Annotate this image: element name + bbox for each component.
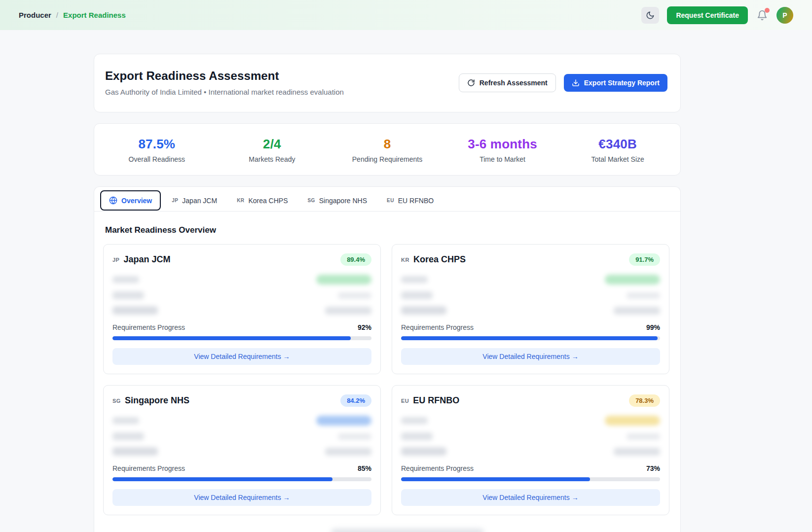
- redacted-details: [401, 275, 660, 315]
- redacted-value: [605, 416, 660, 426]
- market-card-singapore-nhs: SG Singapore NHS 84.2% Requirements Prog…: [103, 385, 381, 515]
- progress-label: Requirements Progress: [401, 323, 474, 331]
- refresh-icon: [467, 79, 475, 87]
- redacted-value: [627, 292, 660, 299]
- stat-label: Markets Ready: [215, 155, 330, 163]
- tab-prefix: EU: [387, 198, 394, 203]
- redacted-value: [614, 448, 660, 456]
- progress-bar-fill: [401, 477, 590, 481]
- redacted-label: [401, 306, 446, 315]
- tab-korea-chps[interactable]: KR Korea CHPS: [228, 191, 296, 211]
- tab-label: Korea CHPS: [248, 197, 288, 205]
- redacted-label: [112, 306, 158, 315]
- progress-bar: [401, 477, 660, 481]
- market-prefix: SG: [112, 398, 121, 404]
- stat-value: 2/4: [215, 137, 330, 152]
- tab-prefix: JP: [172, 198, 178, 203]
- progress-bar: [112, 477, 371, 481]
- redacted-value: [605, 275, 660, 284]
- tab-label: Japan JCM: [182, 197, 217, 205]
- tab-eu-rfnbo[interactable]: EU EU RFNBO: [378, 191, 443, 211]
- market-prefix: KR: [401, 257, 409, 263]
- export-strategy-report-button[interactable]: Export Strategy Report: [564, 74, 667, 92]
- globe-icon: [109, 196, 117, 205]
- redacted-value: [614, 307, 660, 315]
- stat-time-to-market: 3-6 months Time to Market: [445, 137, 560, 163]
- title-card: Export Readiness Assessment Gas Authorit…: [94, 54, 681, 112]
- download-icon: [572, 79, 580, 87]
- stat-label: Pending Requirements: [330, 155, 445, 163]
- tab-singapore-nhs[interactable]: SG Singapore NHS: [299, 191, 376, 211]
- avatar[interactable]: P: [776, 7, 793, 24]
- view-detailed-requirements-button[interactable]: View Detailed Requirements →: [112, 348, 371, 365]
- redacted-label: [112, 432, 144, 440]
- score-badge: 89.4%: [340, 253, 371, 266]
- request-certificate-button[interactable]: Request Certificate: [667, 6, 748, 24]
- progress-label: Requirements Progress: [112, 323, 185, 331]
- content-card: Overview JP Japan JCM KR Korea CHPS SG S…: [94, 186, 681, 532]
- dark-mode-toggle[interactable]: [641, 7, 659, 24]
- view-detailed-requirements-button[interactable]: View Detailed Requirements →: [401, 348, 660, 365]
- export-strategy-report-label: Export Strategy Report: [584, 79, 660, 87]
- stat-value: 87.5%: [99, 137, 215, 152]
- redacted-value: [338, 433, 371, 440]
- stats-summary: 87.5% Overall Readiness 2/4 Markets Read…: [94, 123, 681, 176]
- redacted-details: [401, 416, 660, 456]
- progress-bar: [112, 336, 371, 340]
- stat-pending-requirements: 8 Pending Requirements: [330, 137, 445, 163]
- redacted-value: [316, 416, 371, 426]
- redacted-label: [401, 447, 446, 456]
- redacted-details: [112, 275, 371, 315]
- tab-label: EU RFNBO: [398, 197, 434, 205]
- redacted-value: [316, 275, 371, 284]
- stat-label: Overall Readiness: [99, 155, 215, 163]
- redacted-details: [112, 416, 371, 456]
- notification-badge: [765, 8, 770, 13]
- refresh-assessment-label: Refresh Assessment: [480, 79, 548, 87]
- market-name: Singapore NHS: [125, 395, 189, 406]
- moon-icon: [646, 11, 655, 20]
- stat-value: 8: [330, 137, 445, 152]
- stat-value: 3-6 months: [445, 137, 560, 152]
- redacted-label: [401, 276, 428, 283]
- tab-overview[interactable]: Overview: [100, 190, 161, 211]
- progress-bar: [401, 336, 660, 340]
- market-prefix: JP: [112, 257, 119, 263]
- tab-japan-jcm[interactable]: JP Japan JCM: [163, 191, 226, 211]
- redacted-section-partial: [331, 529, 484, 532]
- stat-total-market-size: €340B Total Market Size: [560, 137, 675, 163]
- refresh-assessment-button[interactable]: Refresh Assessment: [459, 73, 556, 92]
- redacted-label: [112, 447, 158, 456]
- score-badge: 78.3%: [629, 394, 660, 407]
- notifications-button[interactable]: [756, 9, 769, 22]
- market-prefix: EU: [401, 398, 409, 404]
- redacted-value: [338, 292, 371, 299]
- market-name: Japan JCM: [123, 254, 170, 265]
- progress-bar-fill: [112, 477, 332, 481]
- tab-label: Overview: [121, 197, 152, 205]
- redacted-label: [401, 291, 433, 299]
- stat-markets-ready: 2/4 Markets Ready: [215, 137, 330, 163]
- view-detailed-requirements-button[interactable]: View Detailed Requirements →: [112, 489, 371, 506]
- progress-bar-fill: [401, 336, 658, 340]
- progress-percent: 99%: [646, 323, 660, 331]
- breadcrumb-page[interactable]: Export Readiness: [63, 11, 126, 19]
- progress-percent: 92%: [358, 323, 371, 331]
- tab-label: Singapore NHS: [319, 197, 367, 205]
- breadcrumb-section[interactable]: Producer: [19, 11, 51, 19]
- market-name: EU RFNBO: [413, 395, 459, 406]
- redacted-label: [401, 432, 433, 440]
- tab-prefix: SG: [308, 198, 315, 203]
- progress-percent: 85%: [358, 464, 371, 472]
- view-detailed-requirements-button[interactable]: View Detailed Requirements →: [401, 489, 660, 506]
- progress-percent: 73%: [646, 464, 660, 472]
- redacted-label: [112, 291, 144, 299]
- progress-label: Requirements Progress: [112, 464, 185, 472]
- progress-bar-fill: [112, 336, 351, 340]
- progress-label: Requirements Progress: [401, 464, 474, 472]
- stat-label: Total Market Size: [560, 155, 675, 163]
- page-title: Export Readiness Assessment: [105, 69, 344, 83]
- redacted-label: [112, 276, 139, 283]
- stat-value: €340B: [560, 137, 675, 152]
- market-tabs: Overview JP Japan JCM KR Korea CHPS SG S…: [94, 187, 680, 212]
